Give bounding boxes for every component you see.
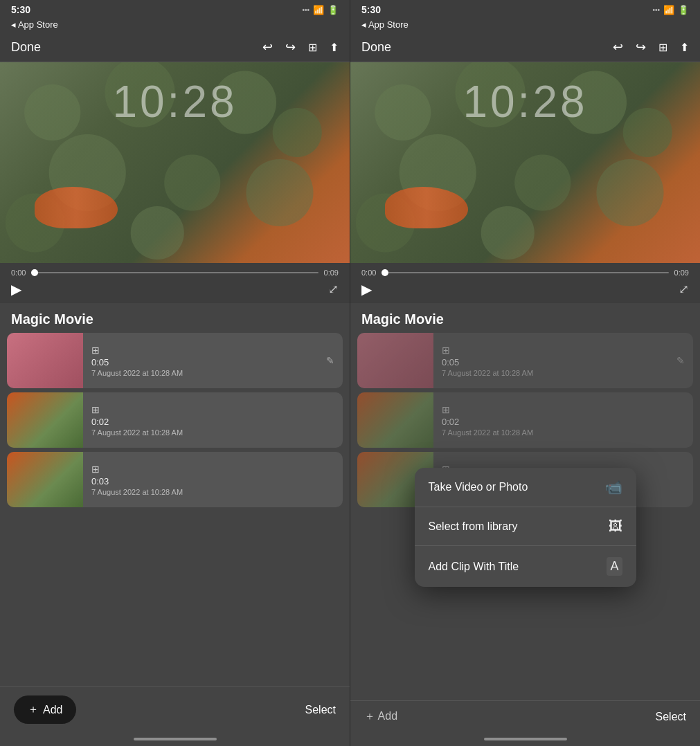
clip-item-2-right[interactable]: ⊞ 0:02 7 August 2022 at 10:28 AM — [357, 392, 693, 448]
back-label-left: ◂ App Store — [11, 19, 58, 30]
status-icons-left: ••• 📶 🔋 — [302, 5, 339, 15]
menu-item-take-video[interactable]: Take Video or Photo 📹 — [415, 468, 636, 507]
add-button-left[interactable]: ＋ Add — [14, 695, 76, 724]
control-row-left: ▶ ⤢ — [11, 281, 339, 298]
photo-icon-3-left: ⊞ — [91, 464, 334, 475]
app-store-back-left[interactable]: ◂ App Store — [0, 18, 350, 34]
back-label-right: ◂ App Store — [361, 19, 409, 30]
undo-icon-left[interactable]: ↩ — [262, 39, 273, 55]
expand-icon-right[interactable]: ⤢ — [679, 282, 689, 297]
select-button-left[interactable]: Select — [305, 704, 336, 716]
clip-item-1-left[interactable]: ⊞ 0:05 7 August 2022 at 10:28 AM ✎ — [7, 333, 343, 388]
video-preview-right: 10:28 — [350, 62, 700, 263]
signal-icon-right: ••• — [652, 6, 660, 14]
status-icons-right: ••• 📶 🔋 — [652, 5, 689, 15]
select-library-label: Select from library — [429, 520, 518, 533]
clip-thumb-3-left — [7, 452, 83, 507]
battery-icon: 🔋 — [327, 5, 339, 15]
play-button-left[interactable]: ▶ — [11, 281, 21, 298]
time-end-left: 0:09 — [324, 269, 339, 277]
clip-icon-right[interactable]: ⊞ — [658, 41, 667, 54]
play-button-right[interactable]: ▶ — [361, 281, 372, 298]
take-video-icon: 📹 — [605, 479, 622, 495]
clip-list-left: ⊞ 0:05 7 August 2022 at 10:28 AM ✎ ⊞ 0:0… — [0, 333, 350, 686]
nav-actions-right: ↩ ↪ ⊞ ⬆ — [613, 39, 689, 55]
time-end-right: 0:09 — [674, 269, 689, 277]
clip-date-1-right: 7 August 2022 at 10:28 AM — [442, 369, 660, 377]
clip-thumb-2-left — [7, 392, 83, 448]
clip-date-3-left: 7 August 2022 at 10:28 AM — [91, 488, 334, 496]
time-bar-left: 0:00 0:09 — [11, 269, 339, 277]
redo-icon-right[interactable]: ↪ — [636, 39, 646, 55]
edit-icon-1-left[interactable]: ✎ — [318, 347, 343, 374]
clip-thumb-1-left — [7, 333, 83, 388]
section-title-right: Magic Movie — [350, 303, 700, 333]
clip-date-2-left: 7 August 2022 at 10:28 AM — [91, 428, 334, 437]
right-panel: 5:30 ••• 📶 🔋 ◂ App Store Done ↩ ↪ ⊞ ⬆ 10… — [350, 0, 700, 746]
add-clip-title-label: Add Clip With Title — [429, 561, 519, 573]
wifi-icon: 📶 — [313, 5, 324, 15]
add-clip-title-icon: A — [607, 557, 622, 576]
progress-dot-left — [31, 269, 38, 276]
clip-date-2-right: 7 August 2022 at 10:28 AM — [442, 428, 685, 437]
redo-icon-left[interactable]: ↪ — [285, 39, 296, 55]
share-icon-right[interactable]: ⬆ — [680, 41, 689, 54]
clip-date-1-left: 7 August 2022 at 10:28 AM — [91, 369, 309, 377]
clip-item-3-left[interactable]: ⊞ 0:03 7 August 2022 at 10:28 AM — [7, 452, 343, 507]
control-row-right: ▶ ⤢ — [361, 281, 689, 298]
clip-duration-2-left: 0:02 — [91, 417, 334, 427]
take-video-label: Take Video or Photo — [429, 481, 528, 493]
photo-icon-2-left: ⊞ — [91, 404, 334, 415]
top-nav-right: Done ↩ ↪ ⊞ ⬆ — [350, 34, 700, 62]
clip-thumb-2-right — [357, 392, 433, 448]
top-nav-left: Done ↩ ↪ ⊞ ⬆ — [0, 34, 350, 62]
clip-item-1-right[interactable]: ⊞ 0:05 7 August 2022 at 10:28 AM ✎ — [357, 333, 693, 388]
app-store-back-right[interactable]: ◂ App Store — [350, 18, 700, 34]
clip-info-1-right: ⊞ 0:05 7 August 2022 at 10:28 AM — [433, 338, 668, 384]
status-bar-right: 5:30 ••• 📶 🔋 — [350, 0, 700, 18]
share-icon-left[interactable]: ⬆ — [330, 41, 339, 54]
clip-duration-1-left: 0:05 — [91, 357, 309, 367]
select-button-right[interactable]: Select — [656, 711, 686, 723]
time-start-left: 0:00 — [11, 269, 26, 277]
done-button-right[interactable]: Done — [361, 40, 391, 55]
done-button-left[interactable]: Done — [11, 40, 41, 55]
bottom-bar-right: ＋ Add Select — [350, 700, 700, 735]
edit-icon-1-right[interactable]: ✎ — [668, 347, 693, 374]
progress-dot-right — [382, 269, 388, 276]
clip-info-2-right: ⊞ 0:02 7 August 2022 at 10:28 AM — [433, 397, 693, 444]
time-display-right: 10:28 — [463, 76, 587, 127]
video-preview-left: 10:28 — [0, 62, 350, 263]
time-start-right: 0:00 — [361, 269, 376, 277]
select-library-icon: 🖼 — [609, 518, 622, 534]
clip-duration-2-right: 0:02 — [442, 417, 685, 427]
menu-item-select-library[interactable]: Select from library 🖼 — [415, 507, 636, 546]
add-plus-left: ＋ — [28, 702, 39, 717]
status-bar-left: 5:30 ••• 📶 🔋 — [0, 0, 350, 18]
progress-track-right[interactable] — [382, 272, 668, 273]
clip-info-2-left: ⊞ 0:02 7 August 2022 at 10:28 AM — [83, 397, 343, 444]
time-bar-right: 0:00 0:09 — [361, 269, 689, 277]
undo-icon-right[interactable]: ↩ — [613, 39, 623, 55]
time-display-left: 10:28 — [112, 76, 237, 127]
add-label-right: Add — [378, 710, 397, 722]
dots-icon: ••• — [302, 6, 309, 14]
left-panel: 5:30 ••• 📶 🔋 ◂ App Store Done ↩ ↪ ⊞ ⬆ 10… — [0, 0, 350, 746]
photo-icon-2-right: ⊞ — [442, 404, 685, 415]
clip-duration-3-left: 0:03 — [91, 476, 334, 486]
clip-item-2-left[interactable]: ⊞ 0:02 7 August 2022 at 10:28 AM — [7, 392, 343, 448]
home-bar-right — [484, 738, 567, 740]
menu-item-add-clip-title[interactable]: Add Clip With Title A — [415, 546, 636, 587]
clip-icon-left[interactable]: ⊞ — [308, 41, 317, 54]
add-label-left: Add — [43, 704, 62, 716]
home-indicator-left — [0, 735, 350, 746]
time-right: 5:30 — [361, 4, 381, 15]
progress-track-left[interactable] — [31, 272, 318, 273]
nav-actions-left: ↩ ↪ ⊞ ⬆ — [262, 39, 339, 55]
time-left: 5:30 — [11, 4, 30, 15]
photo-icon-1-left: ⊞ — [91, 345, 309, 356]
wifi-icon-right: 📶 — [663, 5, 674, 15]
expand-icon-left[interactable]: ⤢ — [328, 282, 339, 297]
add-text-right[interactable]: ＋ Add — [364, 709, 397, 724]
add-plus-right: ＋ — [364, 710, 375, 722]
